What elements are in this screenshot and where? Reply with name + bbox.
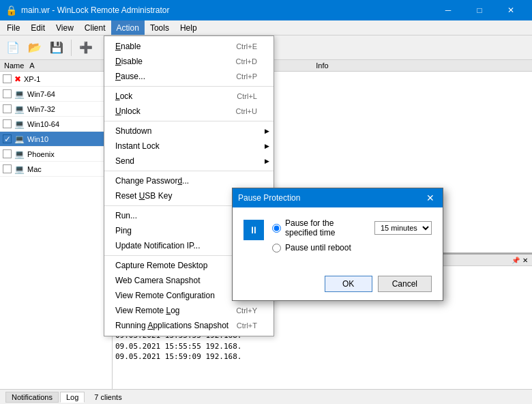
menu-item-label: View Remote Configuration xyxy=(115,291,235,300)
menu-item-shutdown[interactable]: Shutdown xyxy=(104,124,274,139)
pause-reboot-option: Pause until reboot xyxy=(272,243,432,252)
menu-item-label: Unlock xyxy=(115,106,236,116)
menu-item-pause[interactable]: Pause... Ctrl+P xyxy=(104,69,274,84)
client-row[interactable]: 💻 Win7-64 1 xyxy=(0,87,112,102)
client-row[interactable]: ✖ XP-1 1 xyxy=(0,72,112,87)
client-list: ✖ XP-1 1 💻 Win7-64 1 💻 Win7-32 1 💻 xyxy=(0,72,112,389)
client-checkbox[interactable] xyxy=(3,89,12,98)
toolbar-separator xyxy=(71,40,72,56)
menu-item-label: View Remote Log xyxy=(115,306,236,315)
pause-icon: ⏸ xyxy=(243,220,264,240)
client-checkbox[interactable] xyxy=(3,164,12,173)
pause-time-label[interactable]: Pause for the specified time xyxy=(285,218,365,237)
name-column-header: Name xyxy=(4,61,24,70)
menu-item-shortcut: Ctrl+Y xyxy=(236,306,257,315)
menu-bar: File Edit View Client Action Tools Help xyxy=(0,20,532,35)
menu-item-label: Change Password... xyxy=(115,176,257,186)
client-icon: 💻 xyxy=(14,149,25,159)
maximize-button[interactable]: □ xyxy=(464,0,495,20)
menu-help[interactable]: Help xyxy=(175,20,203,35)
client-row[interactable]: 💻 Phoenix 8 xyxy=(0,147,112,162)
close-button[interactable]: ✕ xyxy=(495,0,527,20)
menu-item-label: Web Camera Snapshot xyxy=(115,276,237,285)
menu-edit[interactable]: Edit xyxy=(25,20,50,35)
client-name: Win10-64 xyxy=(27,120,95,128)
cancel-button[interactable]: Cancel xyxy=(378,276,432,292)
new-button[interactable]: 📄 xyxy=(3,38,23,58)
dialog-title: Pause Protection xyxy=(238,193,300,203)
client-count: 7 clients xyxy=(94,393,121,401)
client-panel: Name A ✖ XP-1 1 💻 Win7-64 1 💻 Win7- xyxy=(0,60,113,389)
menu-item-disable[interactable]: Disable Ctrl+D xyxy=(104,54,274,69)
client-icon: 💻 xyxy=(14,134,25,144)
window-title: main.wr - WinLock Remote Administrator xyxy=(21,5,432,15)
client-name: Win7-32 xyxy=(27,105,95,113)
menu-item-label: Instant Lock xyxy=(115,141,257,151)
save-button[interactable]: 💾 xyxy=(46,38,67,58)
menu-view[interactable]: View xyxy=(50,20,79,35)
menu-file[interactable]: File xyxy=(1,20,25,35)
menu-item-send[interactable]: Send xyxy=(104,154,274,169)
a-column-header: A xyxy=(29,61,34,70)
client-panel-header: Name A xyxy=(0,60,112,72)
menu-item-label: Shutdown xyxy=(115,126,257,136)
client-name: Win7-64 xyxy=(27,90,95,98)
client-checkbox[interactable] xyxy=(3,74,12,83)
client-name: Mac xyxy=(27,165,95,173)
pause-time-option: Pause for the specified time 15 minutes … xyxy=(272,218,432,237)
menu-tools[interactable]: Tools xyxy=(145,20,175,35)
client-name: XP-1 xyxy=(24,75,95,83)
menu-separator xyxy=(104,171,274,171)
menu-item-shortcut: Ctrl+D xyxy=(236,57,257,66)
menu-item-shortcut: Ctrl+E xyxy=(236,42,257,50)
client-row-selected[interactable]: ✓ 💻 Win10 1 xyxy=(0,132,112,147)
radio-options: Pause for the specified time 15 minutes … xyxy=(272,218,432,252)
dialog-titlebar: Pause Protection ✕ xyxy=(233,188,443,207)
dialog-close-button[interactable]: ✕ xyxy=(424,191,437,205)
pause-protection-dialog: Pause Protection ✕ ⏸ Pause for the speci… xyxy=(232,188,443,301)
client-icon: 💻 xyxy=(14,89,25,99)
menu-item-shortcut: Ctrl+T xyxy=(237,321,257,330)
dialog-body: ⏸ Pause for the specified time 15 minute… xyxy=(233,207,443,270)
menu-item-enable[interactable]: Enable Ctrl+E xyxy=(104,39,274,54)
client-checkbox[interactable] xyxy=(3,149,12,158)
pause-reboot-label[interactable]: Pause until reboot xyxy=(285,243,351,252)
ok-button[interactable]: OK xyxy=(325,276,372,292)
menu-item-label: Pause... xyxy=(115,72,236,81)
minimize-button[interactable]: ─ xyxy=(432,0,464,20)
time-dropdown[interactable]: 15 minutes 30 minutes 1 hour 2 hours xyxy=(374,221,432,235)
pause-reboot-radio[interactable] xyxy=(272,244,281,252)
client-checkbox[interactable] xyxy=(3,119,12,128)
tab-log[interactable]: Log xyxy=(60,392,85,403)
menu-item-label: Send xyxy=(115,156,257,166)
pause-time-radio[interactable] xyxy=(272,224,281,233)
menu-item-label: Running Applications Snapshot xyxy=(115,321,237,330)
menu-item-running-apps[interactable]: Running Applications Snapshot Ctrl+T xyxy=(104,318,274,333)
status-bar: Notifications Log 7 clients xyxy=(0,389,532,404)
menu-item-view-log[interactable]: View Remote Log Ctrl+Y xyxy=(104,303,274,318)
client-row[interactable]: 💻 Win10-64 1 xyxy=(0,117,112,132)
open-button[interactable]: 📂 xyxy=(25,38,45,58)
app-icon: 🔒 xyxy=(5,5,17,16)
log-pin-button[interactable]: 📌 xyxy=(512,257,520,264)
client-error-icon: ✖ xyxy=(14,74,21,84)
menu-client[interactable]: Client xyxy=(79,20,111,35)
menu-separator xyxy=(104,86,274,87)
client-icon: 💻 xyxy=(14,104,25,114)
client-row[interactable]: 💻 Mac 1 xyxy=(0,162,112,177)
menu-action[interactable]: Action xyxy=(111,20,145,35)
dialog-footer: OK Cancel xyxy=(233,270,443,300)
menu-item-instant-lock[interactable]: Instant Lock xyxy=(104,139,274,154)
menu-item-change-password[interactable]: Change Password... xyxy=(104,173,274,188)
menu-item-unlock[interactable]: Unlock Ctrl+U xyxy=(104,104,274,119)
tab-notifications[interactable]: Notifications xyxy=(5,392,59,403)
add-button[interactable]: ➕ xyxy=(76,38,96,58)
client-row[interactable]: 💻 Win7-32 1 xyxy=(0,102,112,117)
menu-item-lock[interactable]: Lock Ctrl+L xyxy=(104,89,274,104)
menu-item-shortcut: Ctrl+L xyxy=(237,92,257,100)
log-close-button[interactable]: ✕ xyxy=(522,257,528,264)
client-checkbox[interactable]: ✓ xyxy=(3,134,12,143)
client-checkbox[interactable] xyxy=(3,104,12,113)
dialog-title-left: Pause Protection xyxy=(238,193,300,203)
menu-item-label: Disable xyxy=(115,57,236,66)
